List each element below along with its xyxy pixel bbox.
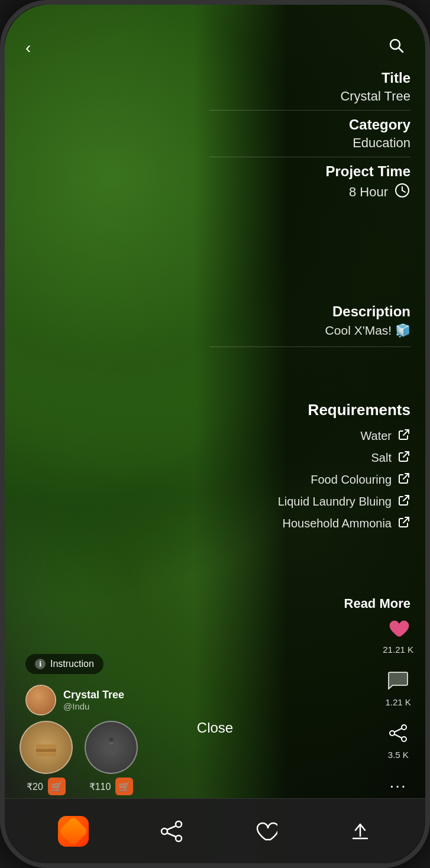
close-button[interactable]: Close [197, 720, 233, 736]
category-section: Category Education [209, 116, 410, 157]
product-price-1: ₹20 [27, 781, 43, 792]
svg-point-11 [390, 731, 395, 736]
req-item-salt[interactable]: Salt [209, 450, 410, 466]
top-bar: ‹ [5, 37, 425, 58]
like-count: 21.21 K [383, 644, 413, 655]
comment-button[interactable] [384, 666, 412, 695]
svg-line-14 [395, 728, 402, 732]
svg-rect-15 [36, 744, 56, 748]
external-link-icon [397, 428, 410, 444]
svg-line-24 [167, 833, 176, 837]
share-button[interactable] [384, 719, 412, 747]
svg-rect-17 [36, 753, 56, 756]
home-icon-inner [58, 816, 88, 846]
more-btn-group: ··· [384, 772, 412, 800]
share-count: 3.5 K [388, 750, 409, 760]
like-button[interactable] [384, 614, 412, 642]
svg-point-12 [402, 737, 406, 741]
share-btn-group: 3.5 K [384, 719, 412, 760]
nav-upload[interactable] [348, 820, 372, 843]
product-row: ₹20 🛒 ₹110 🛒 [20, 721, 138, 795]
external-link-icon-2 [397, 450, 410, 466]
svg-point-21 [176, 821, 182, 827]
req-item-laundry-bluing[interactable]: Liquid Laundry Bluing [209, 494, 410, 510]
svg-point-20 [109, 737, 114, 742]
more-button[interactable]: ··· [384, 772, 412, 800]
svg-line-1 [399, 48, 403, 53]
user-handle: @Indu [63, 701, 124, 711]
comment-count: 1.21 K [385, 697, 410, 707]
product-price-2: ₹110 [89, 781, 111, 792]
instruction-label: Instruction [50, 659, 94, 669]
time-value-row: 8 Hour [209, 182, 410, 202]
category-label: Category [209, 116, 410, 133]
req-item-ammonia[interactable]: Household Ammonia [209, 516, 410, 532]
nav-home[interactable] [58, 816, 89, 847]
svg-line-9 [403, 517, 409, 523]
add-to-cart-button-2[interactable]: 🛒 [115, 778, 133, 795]
title-value: Crystal Tree [209, 89, 410, 104]
svg-rect-16 [36, 749, 56, 752]
bottom-nav [5, 798, 425, 863]
req-water-label: Water [360, 429, 392, 443]
phone-frame: ‹ Title Crystal Tree Category Education … [0, 0, 430, 868]
svg-line-4 [402, 190, 405, 192]
external-link-icon-3 [397, 472, 410, 488]
avatar-image [27, 686, 55, 714]
svg-line-8 [403, 495, 409, 501]
description-label: Description [209, 303, 410, 320]
req-salt-label: Salt [371, 451, 392, 465]
user-title: Crystal Tree [63, 689, 124, 701]
screen: ‹ Title Crystal Tree Category Education … [5, 5, 425, 863]
info-panel: Title Crystal Tree Category Education Pr… [209, 70, 410, 214]
svg-line-6 [403, 452, 409, 457]
svg-point-22 [161, 828, 167, 834]
requirements-section: Requirements Water Salt [209, 401, 410, 537]
product-price-row-1: ₹20 🛒 [27, 778, 66, 795]
instruction-badge[interactable]: ℹ Instruction [25, 654, 104, 674]
svg-line-13 [395, 734, 402, 738]
req-item-food-colouring[interactable]: Food Colouring [209, 472, 410, 488]
req-item-water[interactable]: Water [209, 428, 410, 444]
svg-point-0 [390, 40, 400, 49]
req-laundry-bluing-label: Liquid Laundry Bluing [278, 495, 392, 509]
clock-icon [394, 182, 410, 202]
project-time-label: Project Time [209, 163, 410, 180]
add-to-cart-button-1[interactable]: 🛒 [48, 778, 66, 795]
svg-line-25 [167, 826, 176, 830]
action-buttons: 21.21 K 1.21 K [383, 614, 413, 800]
svg-point-10 [402, 725, 406, 730]
product-price-row-2: ₹110 🛒 [89, 778, 134, 795]
product-image-1 [20, 721, 73, 774]
category-value: Education [209, 135, 410, 151]
project-time-value: 8 Hour [349, 184, 388, 200]
req-food-colouring-label: Food Colouring [311, 473, 392, 487]
nav-heart[interactable] [254, 820, 277, 843]
title-section: Title Crystal Tree [209, 70, 410, 111]
requirements-label: Requirements [209, 401, 410, 419]
read-more-button[interactable]: Read More [344, 596, 410, 611]
back-button[interactable]: ‹ [25, 38, 31, 57]
req-ammonia-label: Household Ammonia [282, 517, 392, 530]
title-label: Title [209, 70, 410, 86]
info-icon: ℹ [35, 659, 46, 669]
search-button[interactable] [388, 37, 405, 58]
svg-line-7 [403, 474, 409, 479]
like-btn-group: 21.21 K [383, 614, 413, 655]
product-card-1: ₹20 🛒 [20, 721, 73, 795]
description-section: Description Cool X'Mas! 🧊 [209, 303, 410, 347]
user-info: Crystal Tree @Indu [25, 685, 124, 715]
description-value: Cool X'Mas! 🧊 [209, 323, 410, 338]
user-text: Crystal Tree @Indu [63, 689, 124, 711]
product-image-2 [85, 721, 138, 774]
external-link-icon-5 [397, 516, 410, 532]
nav-share[interactable] [160, 820, 183, 843]
avatar[interactable] [25, 685, 56, 715]
comment-btn-group: 1.21 K [384, 666, 412, 707]
project-time-section: Project Time 8 Hour [209, 163, 410, 208]
svg-point-18 [106, 743, 116, 757]
product-card-2: ₹110 🛒 [85, 721, 138, 795]
svg-line-5 [403, 430, 409, 435]
external-link-icon-4 [397, 494, 410, 510]
home-icon [58, 816, 89, 847]
